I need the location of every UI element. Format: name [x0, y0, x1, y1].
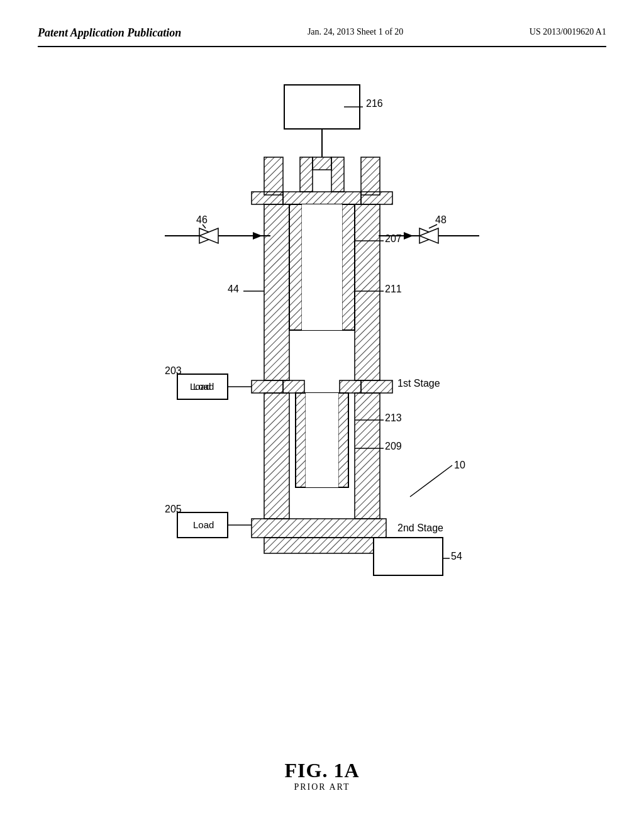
- svg-rect-42: [340, 380, 361, 393]
- svg-rect-27: [283, 192, 361, 204]
- svg-rect-31: [289, 204, 302, 330]
- label-44: 44: [228, 284, 239, 294]
- sheet-info: Jan. 24, 2013 Sheet 1 of 20: [308, 25, 403, 39]
- svg-rect-57: [264, 538, 374, 553]
- label-213: 213: [385, 412, 402, 423]
- svg-rect-41: [283, 380, 304, 393]
- label-209: 209: [385, 441, 402, 451]
- svg-rect-51: [338, 393, 348, 487]
- svg-rect-25: [331, 157, 344, 192]
- svg-rect-20: [264, 157, 283, 195]
- svg-rect-39: [252, 380, 283, 393]
- patent-number: US 2013/0019620 A1: [530, 25, 606, 39]
- label-211: 211: [385, 284, 402, 294]
- svg-rect-56: [252, 519, 386, 538]
- svg-marker-6: [253, 232, 262, 240]
- label-205: 205: [165, 504, 182, 514]
- label-10: 10: [454, 460, 465, 470]
- svg-rect-48: [355, 393, 380, 519]
- svg-text:Load: Load: [193, 381, 214, 392]
- label-1st-stage: 1st Stage: [397, 378, 440, 389]
- svg-rect-33: [302, 204, 342, 330]
- svg-rect-29: [355, 204, 380, 380]
- label-203: 203: [165, 365, 182, 376]
- figure-title: FIG. 1A: [285, 759, 360, 782]
- page-header: Patent Application Publication Jan. 24, …: [38, 25, 606, 47]
- figure-subtitle: PRIOR ART: [285, 782, 360, 792]
- diagram-area: 216 46 48: [38, 66, 606, 745]
- figure-caption: FIG. 1A PRIOR ART: [285, 759, 360, 792]
- svg-rect-47: [264, 393, 289, 519]
- svg-rect-50: [296, 393, 306, 487]
- svg-line-55: [410, 465, 452, 497]
- svg-rect-62: [374, 538, 443, 575]
- svg-line-19: [429, 224, 437, 228]
- page: Patent Application Publication Jan. 24, …: [0, 0, 644, 830]
- svg-rect-24: [300, 157, 313, 192]
- svg-rect-32: [342, 204, 355, 330]
- label-216: 216: [366, 98, 383, 109]
- publication-label: Patent Application Publication: [38, 25, 181, 41]
- svg-rect-40: [361, 380, 392, 393]
- label-54: 54: [451, 551, 462, 562]
- label-46: 46: [196, 214, 208, 225]
- svg-rect-52: [306, 393, 338, 487]
- svg-rect-26: [313, 157, 331, 170]
- svg-rect-21: [361, 157, 380, 195]
- svg-rect-28: [264, 204, 289, 380]
- technical-diagram: 216 46 48: [102, 66, 542, 682]
- svg-text:Load: Load: [193, 519, 214, 530]
- svg-rect-22: [252, 192, 283, 204]
- label-2nd-stage: 2nd Stage: [397, 523, 443, 533]
- label-207: 207: [385, 233, 402, 244]
- svg-rect-23: [361, 192, 392, 204]
- label-48: 48: [435, 214, 447, 225]
